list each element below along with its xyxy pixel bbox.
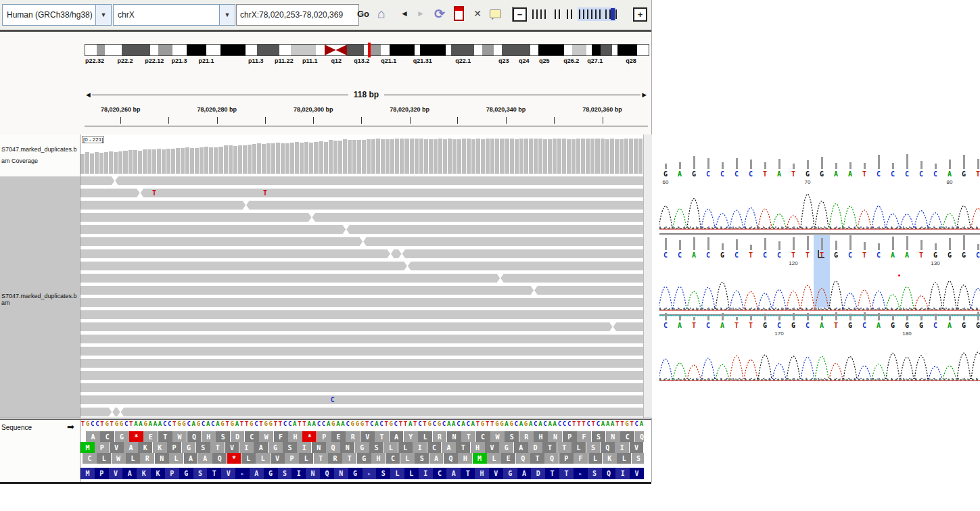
base-call[interactable]: A	[692, 251, 696, 259]
read-row[interactable]	[80, 347, 643, 356]
base-call[interactable]: C	[919, 170, 923, 178]
base-call[interactable]: G	[663, 170, 668, 178]
read-row[interactable]	[80, 274, 643, 283]
mismatch-base[interactable]: T	[263, 189, 267, 197]
base-call[interactable]: G	[692, 170, 696, 178]
cursor-tool-icon[interactable]: ✕	[469, 4, 486, 23]
base-call[interactable]: T	[976, 170, 980, 178]
zoom-in-button[interactable]: +	[633, 7, 647, 22]
base-call[interactable]: C	[749, 170, 753, 178]
translation-frame-row[interactable]: ACG*ETWQHSDCWFH*PERVTAYLRNTCWSRHNPFSNCQ	[80, 431, 644, 442]
read-row[interactable]	[80, 262, 643, 270]
base-call[interactable]: A	[777, 170, 781, 178]
base-call[interactable]: A	[877, 322, 881, 329]
forward-arrow-icon[interactable]: ►	[413, 4, 429, 23]
read-row[interactable]	[80, 286, 643, 295]
chevron-down-icon[interactable]: ▼	[95, 5, 111, 25]
base-call[interactable]: T	[763, 170, 767, 178]
zoom-slider[interactable]: − +	[513, 5, 647, 23]
coverage-track-label[interactable]: S7047.marked_duplicates.bam Coverage	[1, 144, 77, 167]
base-call[interactable]: T	[919, 251, 923, 259]
alignment-track-label[interactable]: S7047.marked_duplicates.bam	[1, 293, 77, 306]
base-call[interactable]: T	[734, 322, 739, 329]
read-row[interactable]	[80, 176, 643, 185]
back-arrow-icon[interactable]: ◄	[396, 4, 413, 23]
base-call[interactable]: C	[933, 322, 937, 329]
base-call[interactable]: A	[678, 170, 682, 178]
read-row[interactable]	[80, 225, 643, 234]
chromosome-select[interactable]: chrX ▼	[113, 4, 235, 26]
home-icon[interactable]: ⌂	[373, 4, 390, 23]
read-row[interactable]: C	[80, 395, 643, 404]
refresh-icon[interactable]: ⟳	[431, 4, 448, 23]
read-row[interactable]	[80, 322, 643, 331]
base-call[interactable]: C	[933, 170, 937, 178]
base-call[interactable]: G	[976, 322, 980, 329]
base-call[interactable]: C	[848, 251, 852, 259]
base-call[interactable]: C	[777, 322, 781, 329]
base-call[interactable]: T	[692, 322, 696, 329]
base-call[interactable]: G	[820, 170, 824, 178]
read-row[interactable]	[80, 371, 643, 380]
zoom-slider-thumb[interactable]	[611, 8, 615, 20]
base-call[interactable]: G	[948, 251, 952, 259]
base-call[interactable]: G	[891, 322, 895, 329]
base-call[interactable]: A	[720, 322, 724, 329]
base-call[interactable]: T	[791, 170, 795, 178]
base-call[interactable]: T	[791, 251, 795, 259]
alignment-track[interactable]: TTC	[80, 176, 643, 418]
chromosome-ideogram[interactable]	[85, 44, 649, 56]
base-call[interactable]: C	[763, 251, 767, 259]
base-call[interactable]: C	[862, 322, 866, 329]
base-call[interactable]: G	[962, 170, 966, 178]
base-call[interactable]: A	[905, 251, 909, 259]
base-call[interactable]: G	[763, 322, 767, 329]
base-call[interactable]: C	[905, 170, 909, 178]
region-of-interest-icon[interactable]	[450, 4, 467, 23]
base-call[interactable]: C	[877, 251, 881, 259]
base-call[interactable]: C	[891, 170, 895, 178]
read-row[interactable]	[80, 408, 643, 416]
base-call[interactable]: C	[806, 322, 810, 329]
base-call[interactable]: T	[862, 251, 866, 259]
locus-input[interactable]: chrX:78,020,253-78,020,369	[236, 4, 359, 26]
base-call[interactable]: G	[905, 322, 909, 329]
read-row[interactable]	[80, 213, 643, 222]
zoom-slider-ticks[interactable]	[531, 7, 629, 21]
genome-select[interactable]: Human (GRCh38/hg38) ▼	[2, 4, 112, 26]
base-call[interactable]: A	[891, 251, 895, 259]
dna-sequence-row[interactable]: TGCCTGTGGCTAAGAAACCTGGCAGCACAGTGATTGCTGG…	[80, 420, 644, 430]
base-call[interactable]: T	[749, 322, 753, 329]
base-call[interactable]: A	[848, 170, 852, 178]
comment-bubble-icon[interactable]	[487, 4, 503, 23]
base-call[interactable]: C	[706, 322, 710, 329]
read-row[interactable]	[80, 383, 643, 392]
read-row[interactable]	[80, 237, 643, 246]
base-call[interactable]: G	[848, 322, 852, 329]
base-call[interactable]: G	[806, 170, 810, 178]
base-call[interactable]: A	[834, 170, 838, 178]
base-call[interactable]: A	[948, 170, 952, 178]
base-call[interactable]: C	[976, 251, 980, 259]
base-call[interactable]: C	[777, 251, 781, 259]
base-call[interactable]: C	[734, 251, 739, 259]
base-call[interactable]: T	[834, 322, 838, 329]
mismatch-base[interactable]: C	[331, 396, 335, 404]
read-row[interactable]	[80, 249, 643, 258]
strand-arrow-icon[interactable]: ➡	[67, 422, 74, 432]
base-call[interactable]: T	[806, 251, 810, 259]
base-call[interactable]: T	[749, 251, 753, 259]
base-call[interactable]: G	[834, 251, 838, 259]
sequence-track-label[interactable]: Sequence	[1, 424, 32, 431]
base-call[interactable]: A	[948, 322, 952, 329]
base-call[interactable]: G	[962, 322, 966, 329]
base-call[interactable]: C	[877, 170, 881, 178]
translation-frame-row[interactable]: CLWLRNLAAQ*LLVPLTRTGHCLSAQHMLEQTQPFLKLS	[80, 453, 644, 464]
track-scrollbar[interactable]	[643, 135, 652, 418]
read-row[interactable]	[80, 201, 643, 210]
base-call[interactable]: G	[962, 251, 966, 259]
mismatch-base[interactable]: T	[152, 189, 156, 197]
base-call[interactable]: G	[720, 251, 724, 259]
base-call[interactable]: C	[663, 251, 668, 259]
base-call[interactable]: C	[678, 251, 682, 259]
